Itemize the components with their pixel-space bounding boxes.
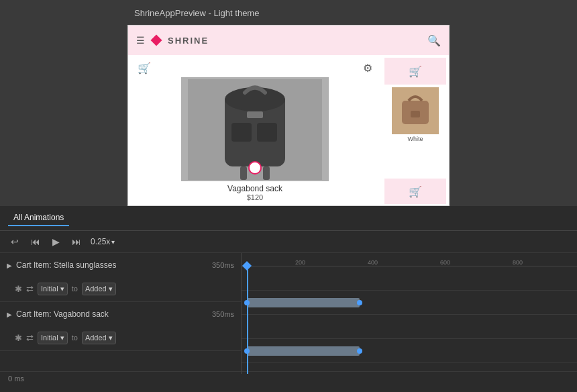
add-to-cart-bar: 🛒: [384, 179, 446, 204]
svg-rect-6: [240, 166, 247, 180]
track-1-dropdown-arrow-icon: ▾: [60, 285, 64, 293]
track-1-header: ▶ Cart Item: Stella sunglasses 350ms: [0, 253, 241, 277]
ruler: 200 400 600 800 1000: [242, 253, 577, 266]
reset-button[interactable]: ↩: [8, 235, 21, 248]
ruler-tick-400: 400: [368, 259, 378, 266]
timeline-track-2-bar-row: [242, 339, 577, 363]
track-1-to-state: Added: [85, 285, 107, 293]
bottom-panel: All Animations ↩ ⏮ ▶ ⏭ 0.25x ▾ ▶ Cart It…: [0, 206, 577, 371]
speed-selector[interactable]: 0.25x ▾: [91, 237, 115, 246]
preview-title: ShrineAppPreview - Light theme: [0, 8, 259, 18]
svg-rect-8: [247, 111, 263, 118]
shrine-window: ☰ SHRINE 🔍 🛒 ⚙: [127, 25, 450, 206]
track-2-chevron-icon[interactable]: ▶: [7, 311, 12, 318]
track-1-duration: 350ms: [212, 261, 234, 269]
product-name: Vagabond sack: [227, 184, 282, 193]
side-product: 🛒 White 🛒: [382, 55, 449, 206]
keyframe-end-1[interactable]: [357, 300, 362, 305]
track-1-settings-icon[interactable]: ✱: [15, 284, 22, 294]
track-1-to-label: to: [72, 285, 78, 293]
cart-icon[interactable]: 🛒: [138, 62, 151, 75]
speed-value: 0.25x: [91, 237, 110, 246]
track-2-controls: ✱ ⇄ Initial ▾ to Added ▾: [0, 326, 241, 350]
keyframe-end-2[interactable]: [357, 348, 362, 354]
shrine-body: 🛒 ⚙: [128, 55, 449, 206]
track-1-from-state: Initial: [41, 285, 58, 293]
track-2-title: Cart Item: Vagabond sack: [16, 309, 109, 319]
product-toolbar: 🛒 ⚙: [132, 59, 378, 77]
timeline-area: ▶ Cart Item: Stella sunglasses 350ms ✱ ⇄…: [0, 253, 577, 374]
side-product-svg: [392, 87, 439, 134]
filter-icon[interactable]: ⚙: [363, 62, 372, 75]
track-2-dropdown-arrow-icon: ▾: [60, 334, 64, 342]
animations-tab-bar: All Animations: [0, 206, 577, 231]
add-cart-icon[interactable]: 🛒: [409, 185, 422, 198]
track-1-to-arrow-icon: ▾: [109, 285, 113, 293]
speed-chevron-icon: ▾: [111, 238, 115, 246]
timeline-bar-1[interactable]: [247, 298, 360, 307]
preview-area: ShrineAppPreview - Light theme ☰ SHRINE …: [0, 0, 577, 206]
svg-rect-7: [263, 166, 270, 180]
tab-all-animations[interactable]: All Animations: [8, 210, 69, 226]
track-1-controls: ✱ ⇄ Initial ▾ to Added ▾: [0, 277, 241, 301]
track-2-from-dropdown[interactable]: Initial ▾: [38, 332, 68, 344]
track-row-1: ▶ Cart Item: Stella sunglasses 350ms ✱ ⇄…: [0, 253, 241, 302]
track-1-to-dropdown[interactable]: Added ▾: [82, 283, 116, 295]
ruler-tick-200: 200: [295, 259, 305, 266]
play-button[interactable]: ▶: [50, 235, 62, 248]
product-dot: [248, 161, 262, 175]
track-2-to-label: to: [72, 334, 78, 342]
controls-row: ↩ ⏮ ▶ ⏭ 0.25x ▾: [0, 231, 577, 253]
ruler-tick-600: 600: [440, 259, 450, 266]
timeline-bar-2[interactable]: [247, 346, 360, 356]
shrine-logo-area: ☰ SHRINE: [136, 34, 209, 46]
track-2-to-arrow-icon: ▾: [109, 334, 113, 342]
playhead[interactable]: [247, 266, 248, 374]
side-product-name: White: [407, 136, 423, 142]
track-2-from-state: Initial: [41, 334, 58, 342]
side-cart-icon[interactable]: 🛒: [409, 65, 422, 78]
timeline-track-1-header-row: [242, 266, 577, 291]
timeline-tracks: [242, 266, 577, 374]
timeline-track-2-header-row: [242, 315, 577, 339]
svg-rect-0: [151, 35, 162, 46]
track-row-2: ▶ Cart Item: Vagabond sack 350ms ✱ ⇄ Ini…: [0, 302, 241, 351]
track-2-duration: 350ms: [212, 310, 234, 318]
track-labels: ▶ Cart Item: Stella sunglasses 350ms ✱ ⇄…: [0, 253, 242, 374]
side-cart-bar: 🛒: [384, 58, 446, 85]
svg-rect-4: [231, 123, 252, 142]
shrine-logo-text: SHRINE: [168, 36, 209, 46]
track-2-settings-icon[interactable]: ✱: [15, 333, 22, 343]
step-back-button[interactable]: ⏮: [28, 235, 43, 248]
step-forward-button[interactable]: ⏭: [69, 235, 84, 248]
track-2-to-state: Added: [85, 334, 107, 342]
track-2-title-area: ▶ Cart Item: Vagabond sack: [7, 309, 109, 319]
track-1-chevron-icon[interactable]: ▶: [7, 262, 12, 269]
shrine-diamond-icon: [150, 34, 162, 46]
side-product-image: [392, 87, 439, 134]
product-price: $120: [247, 193, 263, 201]
product-image: [181, 77, 329, 181]
track-1-from-dropdown[interactable]: Initial ▾: [38, 283, 68, 295]
track-2-swap-icon[interactable]: ⇄: [26, 333, 34, 343]
svg-point-3: [225, 87, 285, 111]
search-icon[interactable]: 🔍: [427, 34, 441, 47]
timeline-track-1-bar-row: [242, 291, 577, 315]
svg-rect-11: [411, 111, 420, 117]
track-2-header: ▶ Cart Item: Vagabond sack 350ms: [0, 302, 241, 326]
track-2-to-dropdown[interactable]: Added ▾: [82, 332, 116, 344]
status-time: 0 ms: [8, 375, 24, 383]
track-1-title-area: ▶ Cart Item: Stella sunglasses: [7, 260, 116, 270]
main-product: 🛒 ⚙: [128, 55, 382, 206]
ruler-tick-800: 800: [513, 259, 523, 266]
track-1-swap-icon[interactable]: ⇄: [26, 284, 34, 294]
shrine-header: ☰ SHRINE 🔍: [128, 26, 449, 55]
timeline-ruler-area: 200 400 600 800 1000: [242, 253, 577, 374]
svg-rect-5: [257, 123, 277, 142]
track-1-title: Cart Item: Stella sunglasses: [16, 260, 116, 270]
menu-icon[interactable]: ☰: [136, 35, 145, 46]
